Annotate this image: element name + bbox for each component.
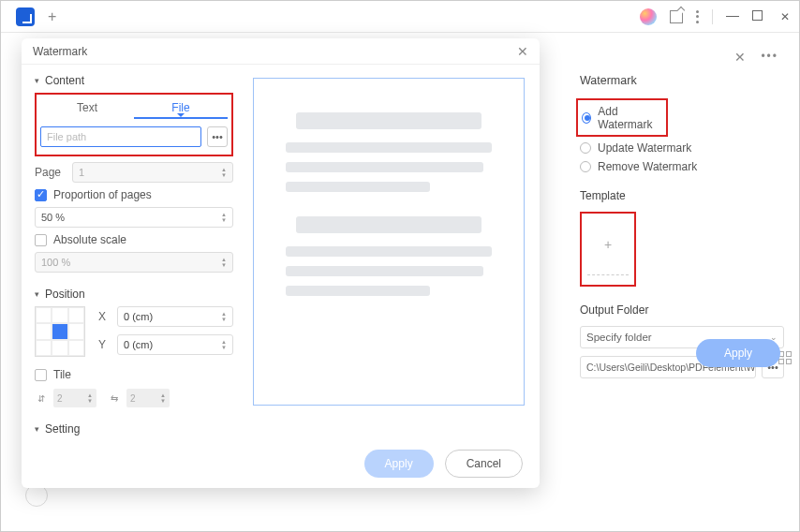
spinner-icon: ▲▼ xyxy=(160,392,166,404)
page-input[interactable]: 1 ▲▼ xyxy=(72,162,233,183)
output-folder-label: Output Folder xyxy=(576,303,784,317)
checkbox-icon xyxy=(35,369,47,381)
input-value: 100 % xyxy=(41,257,70,268)
app-logo-icon xyxy=(16,7,35,26)
side-panel-close-icon[interactable]: ✕ xyxy=(734,50,746,65)
tab-file[interactable]: File xyxy=(134,98,228,119)
template-dash xyxy=(587,274,629,275)
checkbox-label: Proportion of pages xyxy=(53,188,152,201)
preview-page xyxy=(253,78,525,406)
dialog-close-button[interactable]: ✕ xyxy=(517,44,528,59)
content-tabs: Text File xyxy=(40,98,228,119)
position-center[interactable] xyxy=(52,323,67,339)
divider xyxy=(712,9,713,24)
radio-label: Update Watermark xyxy=(598,141,691,155)
tile-horizontal-control: ⇵ 2 ▲▼ xyxy=(35,389,96,407)
radio-icon xyxy=(582,112,591,124)
browse-file-button[interactable]: ••• xyxy=(207,126,228,147)
dialog-left-column: Content Text File File path ••• Page 1 ▲… xyxy=(35,74,233,439)
radio-add-watermark[interactable]: Add Watermark xyxy=(582,102,662,134)
watermark-side-panel: ✕ ••• Watermark Add Watermark Update Wat… xyxy=(576,46,784,378)
proportion-select[interactable]: 50 % ▲▼ xyxy=(35,207,233,228)
spinner-icon[interactable]: ▲▼ xyxy=(221,212,227,223)
more-menu-icon[interactable] xyxy=(696,10,699,23)
page-label: Page xyxy=(35,166,65,179)
dialog-title: Watermark xyxy=(33,45,87,58)
spinner-icon[interactable]: ▲▼ xyxy=(221,311,227,322)
content-tabs-highlight: Text File File path ••• xyxy=(35,93,233,156)
input-value: 0 (cm) xyxy=(124,311,153,322)
view-grid-icon[interactable] xyxy=(778,351,792,364)
cancel-button[interactable]: Cancel xyxy=(445,450,523,478)
add-watermark-highlight: Add Watermark xyxy=(576,98,668,137)
tile-checkbox-row[interactable]: Tile xyxy=(35,368,233,381)
input-value: 0 (cm) xyxy=(124,339,153,350)
tile-h-input: 2 ▲▼ xyxy=(53,389,96,407)
proportion-checkbox-row[interactable]: Proportion of pages xyxy=(35,188,233,201)
dialog-header: Watermark ✕ xyxy=(22,38,540,65)
setting-section-header[interactable]: Setting xyxy=(35,422,233,436)
titlebar: + xyxy=(1,1,799,33)
tile-vertical-control: ⇆ 2 ▲▼ xyxy=(108,389,170,407)
file-path-input[interactable]: File path xyxy=(40,126,201,147)
input-value: 2 xyxy=(57,393,63,404)
tile-v-icon: ⇆ xyxy=(108,392,121,404)
placeholder-block xyxy=(286,112,492,192)
window-maximize-button[interactable] xyxy=(752,10,765,23)
radio-label: Add Watermark xyxy=(598,105,662,131)
checkbox-label: Absolute scale xyxy=(53,233,126,246)
spinner-icon: ▲▼ xyxy=(87,392,93,404)
preview-column xyxy=(250,74,526,439)
position-section-header[interactable]: Position xyxy=(35,288,233,301)
share-icon[interactable] xyxy=(670,10,683,23)
window-minimize-button[interactable] xyxy=(726,10,739,23)
radio-label: Remove Watermark xyxy=(598,160,697,173)
content-section-header[interactable]: Content xyxy=(35,74,233,87)
absolute-scale-input: 100 % ▲▼ xyxy=(35,252,233,273)
checkbox-icon xyxy=(35,189,47,201)
tab-text[interactable]: Text xyxy=(40,98,134,119)
tile-h-icon: ⇵ xyxy=(35,392,48,404)
radio-icon xyxy=(580,142,591,154)
template-label: Template xyxy=(576,189,784,202)
apply-button[interactable]: Apply xyxy=(364,450,434,478)
input-value: 1 xyxy=(79,167,84,178)
checkbox-icon xyxy=(35,234,47,246)
select-value: 50 % xyxy=(41,212,65,223)
side-panel-title: Watermark xyxy=(576,74,784,87)
new-tab-button[interactable]: + xyxy=(48,8,56,25)
x-input[interactable]: 0 (cm) ▲▼ xyxy=(117,306,233,327)
checkbox-label: Tile xyxy=(53,368,71,381)
spinner-icon[interactable]: ▲▼ xyxy=(221,339,227,350)
absolute-scale-checkbox-row[interactable]: Absolute scale xyxy=(35,233,233,246)
spinner-icon[interactable]: ▲▼ xyxy=(221,167,227,178)
side-apply-button[interactable]: Apply xyxy=(696,339,780,367)
window-close-button[interactable] xyxy=(778,10,792,23)
account-avatar-icon[interactable] xyxy=(640,8,657,25)
radio-icon xyxy=(580,161,591,172)
add-template-button[interactable] xyxy=(580,212,636,287)
side-panel-more-icon[interactable]: ••• xyxy=(761,50,778,65)
y-input[interactable]: 0 (cm) ▲▼ xyxy=(117,334,233,355)
radio-update-watermark[interactable]: Update Watermark xyxy=(580,139,784,157)
placeholder-block xyxy=(286,216,492,296)
watermark-dialog: Watermark ✕ Content Text File File path … xyxy=(22,38,540,488)
y-label: Y xyxy=(98,338,110,351)
dialog-footer: Apply Cancel xyxy=(22,439,540,488)
x-label: X xyxy=(98,310,110,323)
position-grid[interactable] xyxy=(35,306,85,357)
select-value: Specify folder xyxy=(586,332,652,343)
spinner-icon: ▲▼ xyxy=(221,257,227,268)
tile-v-input: 2 ▲▼ xyxy=(126,389,170,407)
radio-remove-watermark[interactable]: Remove Watermark xyxy=(580,157,784,176)
input-value: 2 xyxy=(130,393,136,404)
